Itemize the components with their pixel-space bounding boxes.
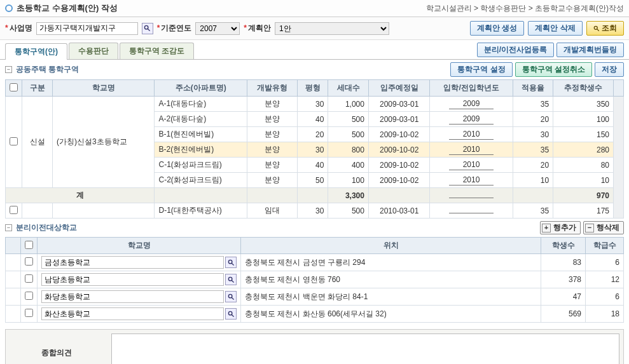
col-rate: 적용율 (513, 80, 553, 97)
delete-plan-button[interactable]: 계획안 삭제 (528, 21, 582, 36)
year-input[interactable]: 2010 (449, 144, 494, 155)
svg-line-1 (148, 29, 149, 30)
minus-icon: − (585, 224, 594, 233)
col-enroll: 입학/전입학년도 (430, 80, 513, 97)
business-search-icon[interactable] (142, 23, 153, 34)
col-units: 세대수 (328, 80, 369, 97)
create-plan-button[interactable]: 계획안 생성 (470, 21, 524, 36)
row-checkbox[interactable] (25, 292, 33, 300)
page-header: 초등학교 수용계획(안) 작성 학교시설관리 > 학생수용판단 > 초등학교수용… (0, 0, 629, 17)
tab-judgment[interactable]: 수용판단 (69, 43, 118, 59)
cell-gubun: 신설 (22, 97, 53, 188)
section1-title: 공동주택 통학구역 (16, 64, 79, 75)
cell-students: 569 (541, 306, 586, 323)
table-row: 충청북도 제천시 화산동 606(세무서길 32)56918 (6, 306, 624, 323)
target-school-table: 학교명 위치 학생수 학급수 충청북도 제천시 금성면 구룡리 294836충청… (5, 237, 624, 323)
tabs: 통학구역(안) 수용판단 통학구역 조감도 분리/이전사업등록 개발계획번들링 (0, 40, 629, 60)
school-search-icon[interactable] (225, 257, 237, 268)
svg-line-7 (232, 280, 233, 282)
cell-classes: 6 (586, 288, 624, 306)
col-school: 학교명 (38, 238, 241, 254)
plan-select[interactable]: 1안 (275, 22, 389, 35)
set-district-button[interactable]: 통학구역 설정 (450, 62, 512, 77)
year-input[interactable]: 2009 (449, 114, 494, 125)
year-input[interactable]: 2009 (449, 98, 494, 109)
cell-location: 충청북도 제천시 백운면 화당리 84-1 (241, 288, 541, 306)
col-addr: 주소(아파트명) (155, 80, 247, 97)
row-checkbox[interactable] (10, 206, 18, 214)
label-business: 사업명 (5, 23, 32, 34)
select-all-checkbox[interactable] (10, 83, 18, 91)
col-devtype: 개발유형 (247, 80, 298, 97)
tab-district[interactable]: 통학구역(안) (5, 43, 67, 60)
row-checkbox[interactable] (25, 309, 33, 317)
delete-row-button[interactable]: −행삭제 (583, 221, 624, 234)
col-movein: 입주예정일 (368, 80, 430, 97)
section2-title: 분리이전대상학교 (16, 222, 77, 233)
row-checkbox[interactable] (10, 137, 18, 145)
table-row: 충청북도 제천시 영천동 76037812 (6, 271, 624, 288)
table-row: 충청북도 제천시 백운면 화당리 84-1476 (6, 288, 624, 306)
opinion-section: 종합의견 (5, 329, 624, 364)
save-button[interactable]: 저장 (595, 62, 624, 77)
col-location: 위치 (241, 238, 541, 254)
opinion-label: 종합의견 (6, 330, 107, 364)
school-name-input[interactable] (41, 273, 224, 286)
year-input[interactable] (449, 212, 494, 213)
year-input[interactable]: 2010 (449, 159, 494, 170)
section2-header: − 분리이전대상학교 +행추가 −행삭제 (0, 219, 629, 237)
cell-students: 47 (541, 288, 586, 306)
year-input[interactable]: 2010 (449, 129, 494, 140)
base-year-select[interactable]: 2007 (195, 22, 240, 35)
bullet-icon (5, 4, 13, 12)
svg-point-0 (145, 25, 149, 29)
row-checkbox[interactable] (25, 274, 33, 283)
school-search-icon[interactable] (225, 308, 237, 320)
apartment-table: 구분 학교명 주소(아파트명) 개발유형 평형 세대수 입주예정일 입학/전입학… (5, 79, 624, 219)
plus-icon: + (542, 224, 551, 233)
total-row: 계 3,300 970 (6, 188, 624, 203)
cell-classes: 12 (586, 271, 624, 288)
label-base-year: 기준연도 (157, 23, 192, 34)
school-name-input[interactable] (41, 290, 224, 303)
svg-point-10 (228, 311, 232, 315)
dev-plan-bundle-button[interactable]: 개발계획번들링 (556, 43, 624, 57)
svg-point-6 (228, 277, 232, 281)
row-checkbox[interactable] (25, 257, 33, 266)
scrollbar[interactable] (614, 97, 624, 219)
table-row: 신설 (가칭)신설3초등학교 A-1(대동다숲) 분양 30 1,000 200… (6, 97, 624, 112)
cell-location: 충청북도 제천시 금성면 구룡리 294 (241, 254, 541, 271)
svg-point-2 (594, 26, 597, 29)
school-search-icon[interactable] (225, 291, 237, 302)
svg-line-3 (597, 29, 598, 30)
col-gubun: 구분 (22, 80, 53, 97)
breadcrumb: 학교시설관리 > 학생수용판단 > 초등학교수용계획(안)작성 (426, 3, 624, 14)
collapse-icon[interactable]: − (5, 66, 12, 73)
collapse-icon[interactable]: − (5, 224, 12, 231)
select-all-checkbox[interactable] (25, 241, 33, 249)
cancel-district-button[interactable]: 통학구역 설정취소 (515, 62, 592, 77)
school-search-icon[interactable] (225, 274, 237, 285)
search-button[interactable]: 조회 (586, 21, 624, 36)
section1-header: − 공동주택 통학구역 통학구역 설정 통학구역 설정취소 저장 (0, 60, 629, 79)
table-row: D-1(대한주택공사) 임대 30 500 2010-03-01 35 175 (6, 203, 624, 219)
tab-overview[interactable]: 통학구역 조감도 (120, 43, 194, 59)
cell-school: (가칭)신설3초등학교 (53, 97, 155, 188)
cell-classes: 18 (586, 306, 624, 323)
svg-line-5 (232, 263, 233, 265)
add-row-button[interactable]: +행추가 (540, 221, 581, 234)
school-name-input[interactable] (41, 307, 224, 320)
svg-line-9 (232, 297, 233, 299)
col-students: 학생수 (541, 238, 586, 254)
register-separation-button[interactable]: 분리/이전사업등록 (477, 43, 554, 57)
col-classes: 학급수 (586, 238, 624, 254)
year-input[interactable]: 2010 (449, 175, 494, 185)
col-pyeong: 평형 (298, 80, 328, 97)
cell-classes: 6 (586, 254, 624, 271)
business-input[interactable] (36, 22, 138, 35)
filter-bar: 사업명 기준연도 2007 계획안 1안 계획안 생성 계획안 삭제 조회 (0, 17, 629, 40)
opinion-textarea[interactable] (111, 334, 619, 364)
school-name-input[interactable] (41, 256, 224, 269)
cell-location: 충청북도 제천시 화산동 606(세무서길 32) (241, 306, 541, 323)
svg-point-4 (228, 260, 232, 264)
